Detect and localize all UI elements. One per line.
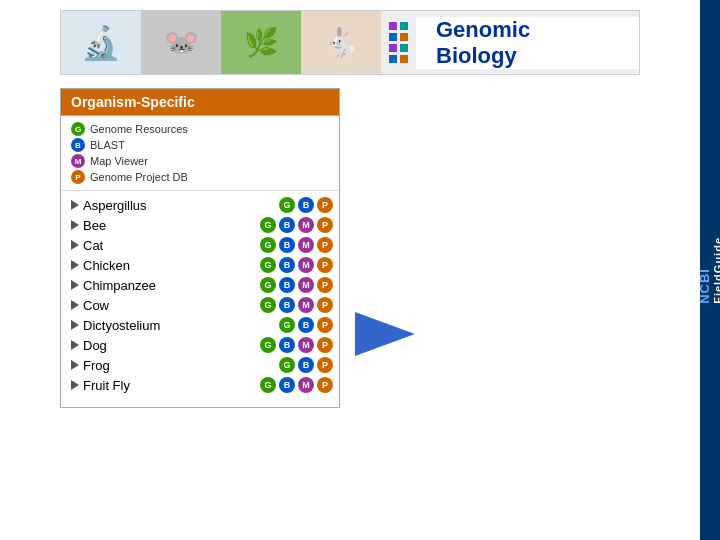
org-badge-p[interactable]: P — [317, 357, 333, 373]
banner-cell-3: 🌿 — [221, 10, 301, 75]
badge-group: GBP — [279, 197, 333, 213]
row-arrow-icon — [71, 220, 79, 230]
org-badge-m[interactable]: M — [298, 277, 314, 293]
org-badge-m[interactable]: M — [298, 217, 314, 233]
org-badge-g[interactable]: G — [279, 197, 295, 213]
legend-label-g: Genome Resources — [90, 123, 188, 135]
org-badge-g[interactable]: G — [260, 377, 276, 393]
legend-label-b: BLAST — [90, 139, 125, 151]
legend-badge-g: G — [71, 122, 85, 136]
organism-row[interactable]: FrogGBP — [61, 355, 339, 375]
org-badge-g[interactable]: G — [260, 217, 276, 233]
organism-row[interactable]: ChimpanzeeGBMP — [61, 275, 339, 295]
badge-group: GBMP — [260, 237, 333, 253]
org-badge-b[interactable]: B — [298, 197, 314, 213]
row-arrow-icon — [71, 200, 79, 210]
org-badge-m[interactable]: M — [298, 237, 314, 253]
org-badge-g[interactable]: G — [279, 357, 295, 373]
banner-cell-2: 🐭 — [141, 10, 221, 75]
org-badge-g[interactable]: G — [260, 337, 276, 353]
org-badge-m[interactable]: M — [298, 257, 314, 273]
organism-row[interactable]: BeeGBMP — [61, 215, 339, 235]
badge-group: GBMP — [260, 377, 333, 393]
org-badge-b[interactable]: B — [279, 237, 295, 253]
organism-row[interactable]: DictyosteliumGBP — [61, 315, 339, 335]
org-badge-p[interactable]: P — [317, 377, 333, 393]
header-banner: 🔬 🐭 🌿 🐇 Genomic Biology — [60, 10, 640, 75]
row-arrow-icon — [71, 260, 79, 270]
org-badge-m[interactable]: M — [298, 337, 314, 353]
badge-group: GBMP — [260, 337, 333, 353]
brand-genomic: Genomic — [436, 17, 530, 43]
banner-cell-4: 🐇 — [301, 10, 381, 75]
organism-row[interactable]: Fruit FlyGBMP — [61, 375, 339, 395]
org-badge-p[interactable]: P — [317, 217, 333, 233]
ncbi-sidebar: NCBI FieldGuide — [700, 0, 720, 540]
org-badge-p[interactable]: P — [317, 277, 333, 293]
org-badge-g[interactable]: G — [260, 277, 276, 293]
badge-group: GBP — [279, 357, 333, 373]
org-badge-p[interactable]: P — [317, 237, 333, 253]
org-badge-g[interactable]: G — [279, 317, 295, 333]
org-badge-p[interactable]: P — [317, 257, 333, 273]
organism-name: Chicken — [83, 258, 256, 273]
org-badge-b[interactable]: B — [279, 277, 295, 293]
org-badge-g[interactable]: G — [260, 257, 276, 273]
banner-cell-1: 🔬 — [61, 10, 141, 75]
row-arrow-icon — [71, 240, 79, 250]
org-badge-g[interactable]: G — [260, 297, 276, 313]
organism-name: Frog — [83, 358, 275, 373]
badge-group: GBMP — [260, 277, 333, 293]
org-badge-p[interactable]: P — [317, 337, 333, 353]
organism-row[interactable]: CowGBMP — [61, 295, 339, 315]
banner-brand: Genomic Biology — [416, 17, 639, 69]
org-badge-p[interactable]: P — [317, 197, 333, 213]
organism-name: Chimpanzee — [83, 278, 256, 293]
organism-row[interactable]: AspergillusGBP — [61, 195, 339, 215]
row-arrow-icon — [71, 360, 79, 370]
organism-name: Fruit Fly — [83, 378, 256, 393]
badge-group: GBMP — [260, 297, 333, 313]
org-badge-p[interactable]: P — [317, 317, 333, 333]
organism-name: Dog — [83, 338, 256, 353]
badge-group: GBP — [279, 317, 333, 333]
banner-dots — [381, 22, 416, 63]
legend-label-p: Genome Project DB — [90, 171, 188, 183]
organism-name: Cat — [83, 238, 256, 253]
row-arrow-icon — [71, 340, 79, 350]
organism-list: AspergillusGBPBeeGBMPCatGBMPChickenGBMPC… — [61, 191, 339, 399]
panel-title: Organism-Specific — [61, 89, 339, 116]
row-arrow-icon — [71, 380, 79, 390]
organism-name: Cow — [83, 298, 256, 313]
pointer-arrow — [355, 312, 415, 356]
organism-panel: Organism-Specific G Genome Resources B B… — [60, 88, 340, 408]
badge-group: GBMP — [260, 217, 333, 233]
legend: G Genome Resources B BLAST M Map Viewer … — [61, 116, 339, 191]
brand-biology: Biology — [436, 43, 517, 69]
legend-badge-m: M — [71, 154, 85, 168]
row-arrow-icon — [71, 300, 79, 310]
org-badge-b[interactable]: B — [298, 357, 314, 373]
organism-row[interactable]: ChickenGBMP — [61, 255, 339, 275]
organism-row[interactable]: DogGBMP — [61, 335, 339, 355]
org-badge-m[interactable]: M — [298, 377, 314, 393]
org-badge-b[interactable]: B — [279, 257, 295, 273]
legend-item-g: G Genome Resources — [71, 122, 329, 136]
row-arrow-icon — [71, 280, 79, 290]
row-arrow-icon — [71, 320, 79, 330]
organism-name: Dictyostelium — [83, 318, 275, 333]
org-badge-b[interactable]: B — [298, 317, 314, 333]
org-badge-b[interactable]: B — [279, 377, 295, 393]
org-badge-b[interactable]: B — [279, 337, 295, 353]
badge-group: GBMP — [260, 257, 333, 273]
legend-badge-p: P — [71, 170, 85, 184]
ncbi-label: NCBI FieldGuide — [697, 237, 721, 304]
org-badge-m[interactable]: M — [298, 297, 314, 313]
org-badge-p[interactable]: P — [317, 297, 333, 313]
org-badge-b[interactable]: B — [279, 217, 295, 233]
legend-badge-b: B — [71, 138, 85, 152]
org-badge-b[interactable]: B — [279, 297, 295, 313]
legend-item-p: P Genome Project DB — [71, 170, 329, 184]
organism-row[interactable]: CatGBMP — [61, 235, 339, 255]
org-badge-g[interactable]: G — [260, 237, 276, 253]
